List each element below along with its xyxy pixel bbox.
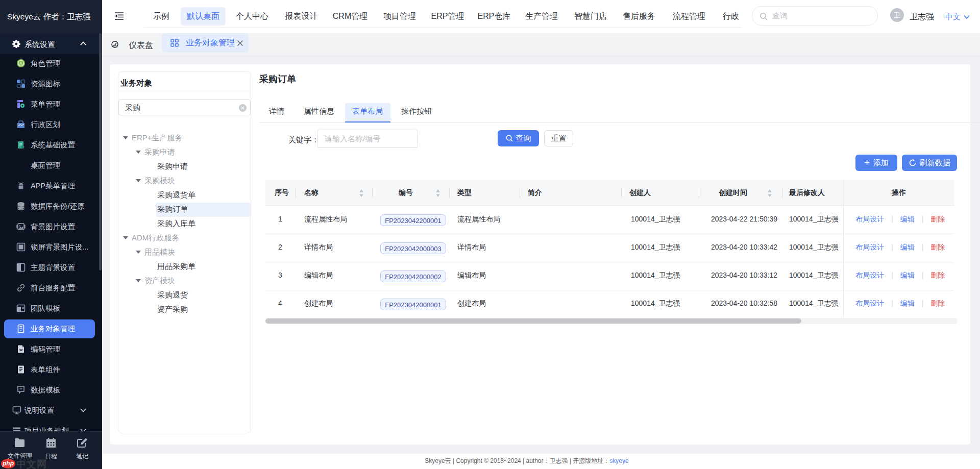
svg-text:w: w xyxy=(19,348,23,352)
svg-text:A: A xyxy=(19,61,22,66)
